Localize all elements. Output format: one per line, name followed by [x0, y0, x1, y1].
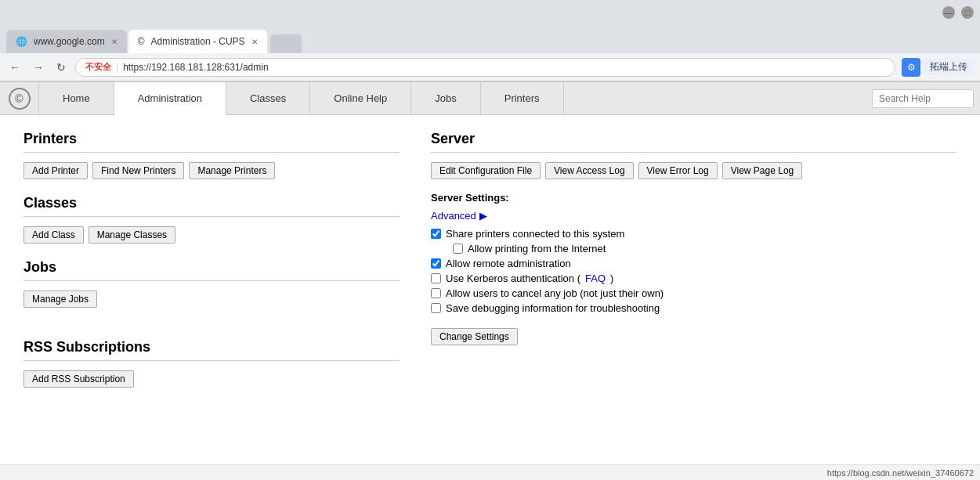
printers-section-title: Printers: [24, 131, 400, 147]
url-display: https://192.168.181.128:631/admin: [123, 62, 268, 73]
refresh-button[interactable]: ↻: [53, 60, 69, 75]
extension-button[interactable]: ⚙: [902, 58, 920, 77]
tab-google[interactable]: 🌐 www.google.com ✕: [6, 30, 127, 53]
faq-link[interactable]: FAQ: [585, 272, 606, 284]
manage-printers-button[interactable]: Manage Printers: [189, 162, 275, 179]
puzzle-icon: ⚙: [907, 62, 916, 73]
nav-tab-classes[interactable]: Classes: [226, 82, 310, 115]
title-bar: — □: [0, 0, 980, 25]
checkbox-use-kerberos: Use Kerberos authentication (FAQ): [431, 272, 956, 284]
view-page-log-button[interactable]: View Page Log: [722, 162, 803, 179]
share-printers-checkbox[interactable]: [431, 229, 441, 239]
use-kerberos-label: Use Kerberos authentication (: [446, 272, 580, 284]
edit-config-button[interactable]: Edit Configuration File: [431, 162, 541, 179]
checkbox-allow-remote-admin: Allow remote administration: [431, 258, 956, 269]
server-buttons: Edit Configuration File View Access Log …: [431, 162, 956, 179]
globe-icon: 🌐: [16, 36, 27, 47]
allow-remote-admin-label: Allow remote administration: [446, 258, 571, 269]
cups-logo-icon: ©: [9, 88, 31, 110]
nav-tab-online-help[interactable]: Online Help: [310, 82, 411, 115]
right-panel: Server Edit Configuration File View Acce…: [431, 131, 956, 403]
search-input[interactable]: [872, 89, 974, 108]
nav-tab-jobs[interactable]: Jobs: [411, 82, 480, 115]
tab-bar: 🌐 www.google.com ✕ © Administration - CU…: [0, 25, 980, 53]
manage-jobs-button[interactable]: Manage Jobs: [24, 291, 97, 308]
minimize-icon[interactable]: —: [942, 6, 955, 19]
server-settings-label: Server Settings:: [431, 192, 956, 204]
rss-buttons: Add RSS Subscription: [24, 370, 400, 388]
jobs-section-title: Jobs: [24, 259, 400, 276]
nav-tab-administration[interactable]: Administration: [114, 82, 226, 115]
security-warning: 不安全: [85, 61, 111, 73]
kerberos-close-paren: ): [610, 272, 613, 284]
tab-close-cups[interactable]: ✕: [251, 38, 258, 46]
rss-section-title: RSS Subscriptions: [24, 339, 400, 355]
server-section-title: Server: [431, 131, 956, 147]
advanced-link[interactable]: Advanced ▶: [431, 210, 956, 222]
printers-buttons: Add Printer Find New Printers Manage Pri…: [24, 162, 400, 179]
classes-divider: [24, 216, 400, 217]
add-class-button[interactable]: Add Class: [24, 226, 84, 244]
tab-new[interactable]: [270, 34, 302, 53]
allow-internet-label: Allow printing from the Internet: [468, 243, 606, 254]
share-printers-label: Share printers connected to this system: [446, 228, 624, 240]
tab-close-google[interactable]: ✕: [111, 38, 118, 46]
cups-icon: ©: [138, 36, 145, 47]
classes-section-title: Classes: [24, 195, 400, 211]
nav-tab-home[interactable]: Home: [39, 82, 114, 115]
add-rss-button[interactable]: Add RSS Subscription: [24, 370, 134, 388]
server-divider: [431, 152, 956, 153]
save-debug-label: Save debugging information for troublesh…: [446, 302, 660, 314]
allow-remote-admin-checkbox[interactable]: [431, 258, 441, 269]
extension-area: ⚙ 拓端上传: [902, 58, 974, 77]
allow-cancel-label: Allow users to cancel any job (not just …: [446, 287, 664, 299]
manage-classes-button[interactable]: Manage Classes: [89, 226, 175, 244]
address-bar: ← → ↻ 不安全 | https://192.168.181.128:631/…: [0, 53, 980, 81]
jobs-buttons: Manage Jobs: [24, 291, 400, 308]
checkbox-allow-internet: Allow printing from the Internet: [453, 243, 956, 254]
left-panel: Printers Add Printer Find New Printers M…: [24, 131, 400, 403]
maximize-icon[interactable]: □: [961, 6, 974, 19]
allow-internet-checkbox[interactable]: [453, 244, 463, 254]
view-error-log-button[interactable]: View Error Log: [638, 162, 718, 179]
address-input-container[interactable]: 不安全 | https://192.168.181.128:631/admin: [75, 58, 895, 77]
nav-tab-printers[interactable]: Printers: [481, 82, 564, 115]
save-debug-checkbox[interactable]: [431, 303, 441, 313]
allow-cancel-checkbox[interactable]: [431, 288, 441, 298]
nav-tabs: Home Administration Classes Online Help …: [39, 82, 872, 115]
printers-divider: [24, 152, 400, 153]
nav-bar: © Home Administration Classes Online Hel…: [0, 82, 980, 115]
main-content: Printers Add Printer Find New Printers M…: [0, 115, 980, 419]
jobs-divider: [24, 280, 400, 281]
forward-button[interactable]: →: [30, 60, 47, 75]
add-printer-button[interactable]: Add Printer: [24, 162, 88, 179]
back-button[interactable]: ←: [6, 60, 24, 75]
cups-logo: ©: [0, 82, 39, 114]
use-kerberos-checkbox[interactable]: [431, 273, 441, 283]
checkbox-save-debug: Save debugging information for troublesh…: [431, 302, 956, 314]
checkbox-allow-cancel: Allow users to cancel any job (not just …: [431, 287, 956, 299]
view-access-log-button[interactable]: View Access Log: [545, 162, 634, 179]
extension-label: 拓端上传: [924, 59, 974, 75]
tab-cups[interactable]: © Administration - CUPS ✕: [128, 30, 267, 53]
change-settings-button[interactable]: Change Settings: [431, 328, 518, 345]
rss-divider: [24, 360, 400, 361]
find-new-printers-button[interactable]: Find New Printers: [92, 162, 184, 179]
checkbox-share-printers: Share printers connected to this system: [431, 228, 956, 240]
classes-buttons: Add Class Manage Classes: [24, 226, 400, 244]
